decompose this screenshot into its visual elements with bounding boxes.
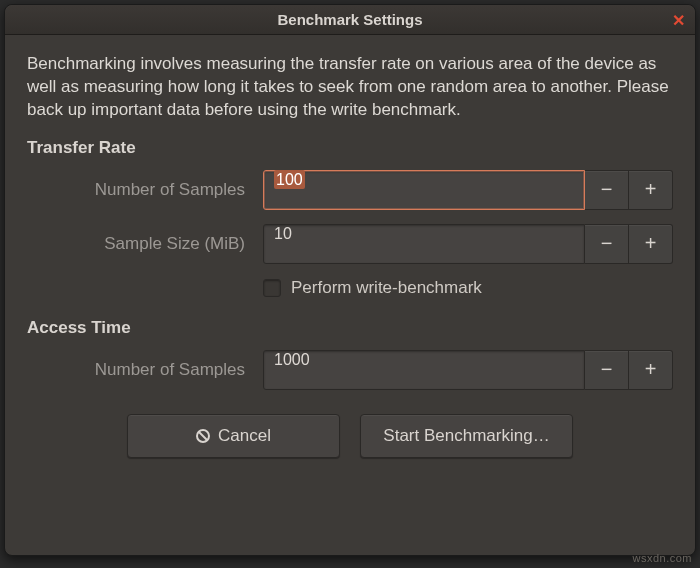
row-transfer-samples: Number of Samples 100 − + <box>27 170 673 210</box>
description-text: Benchmarking involves measuring the tran… <box>27 53 673 122</box>
input-access-samples[interactable]: 1000 <box>263 350 585 390</box>
dialog-window: Benchmark Settings ✕ Benchmarking involv… <box>4 4 696 556</box>
row-write-benchmark: Perform write-benchmark <box>263 278 673 298</box>
start-button-label: Start Benchmarking… <box>383 426 549 446</box>
watermark-text: wsxdn.com <box>632 552 692 564</box>
section-transfer-rate-title: Transfer Rate <box>27 138 673 158</box>
titlebar: Benchmark Settings ✕ <box>5 5 695 35</box>
section-access-time-title: Access Time <box>27 318 673 338</box>
increment-button[interactable]: + <box>629 350 673 390</box>
window-title: Benchmark Settings <box>5 11 695 28</box>
decrement-button[interactable]: − <box>585 224 629 264</box>
label-sample-size: Sample Size (MiB) <box>27 234 263 254</box>
close-icon: ✕ <box>672 11 685 30</box>
label-access-samples: Number of Samples <box>27 360 263 380</box>
row-access-samples: Number of Samples 1000 − + <box>27 350 673 390</box>
checkbox-write-benchmark[interactable] <box>263 279 281 297</box>
input-group-transfer-samples: 100 − + <box>263 170 673 210</box>
dialog-content: Benchmarking involves measuring the tran… <box>5 35 695 555</box>
dialog-button-row: Cancel Start Benchmarking… <box>27 414 673 458</box>
input-sample-size[interactable]: 10 <box>263 224 585 264</box>
label-write-benchmark: Perform write-benchmark <box>291 278 482 298</box>
input-group-sample-size: 10 − + <box>263 224 673 264</box>
cancel-button[interactable]: Cancel <box>127 414 340 458</box>
close-button[interactable]: ✕ <box>667 9 689 31</box>
start-benchmarking-button[interactable]: Start Benchmarking… <box>360 414 573 458</box>
cancel-icon <box>196 429 210 443</box>
cancel-button-label: Cancel <box>218 426 271 446</box>
increment-button[interactable]: + <box>629 170 673 210</box>
input-group-access-samples: 1000 − + <box>263 350 673 390</box>
decrement-button[interactable]: − <box>585 170 629 210</box>
input-transfer-samples[interactable]: 100 <box>263 170 585 210</box>
increment-button[interactable]: + <box>629 224 673 264</box>
label-transfer-samples: Number of Samples <box>27 180 263 200</box>
row-sample-size: Sample Size (MiB) 10 − + <box>27 224 673 264</box>
decrement-button[interactable]: − <box>585 350 629 390</box>
